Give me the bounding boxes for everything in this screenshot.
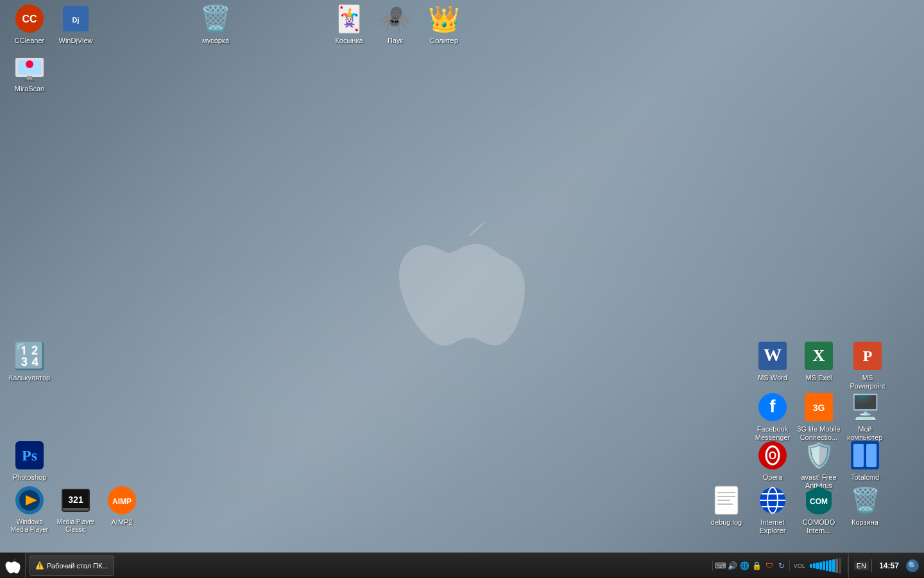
start-button[interactable] <box>0 553 26 579</box>
svg-rect-36 <box>715 486 738 514</box>
desktop-icon-kosinka[interactable]: 🃏 Косынка <box>326 3 372 45</box>
svg-text:COM: COM <box>810 497 828 506</box>
desktop-icon-avast[interactable]: 🛡️ avast! Free Antivirus <box>796 440 842 490</box>
svg-text:W: W <box>764 345 782 365</box>
svg-point-31 <box>766 446 779 464</box>
totalcmd-label: Totalcmd <box>851 473 879 482</box>
calculator-icon: 🔢 <box>14 340 45 371</box>
vol-seg-4 <box>819 562 822 570</box>
desktop-icon-mussorka[interactable]: 🗑️ мусорка <box>193 3 239 45</box>
wmp-label: WindowsMedia Player <box>11 518 48 534</box>
soliter-label: Солитер <box>430 37 458 45</box>
volume-bar <box>807 558 844 574</box>
tray-icon-update[interactable]: ↻ <box>776 561 787 571</box>
svg-rect-20 <box>758 342 787 370</box>
mussorka-label: мусорка <box>202 37 229 45</box>
volume-area[interactable]: VOL <box>790 558 848 574</box>
svg-rect-24 <box>853 342 882 370</box>
svg-point-30 <box>758 441 787 469</box>
desktop-icon-3glife[interactable]: 3G 3G life Mobile Connectio... <box>796 392 842 442</box>
vol-seg-9 <box>835 559 838 573</box>
tray-clock: 14:57 <box>875 561 903 570</box>
svg-rect-14 <box>62 489 90 512</box>
facebook-label: Facebook Messenger <box>749 425 796 442</box>
comodo-icon: COM <box>803 485 834 516</box>
mussorka-icon: 🗑️ <box>200 3 231 34</box>
desktop-icon-msword[interactable]: W MS Word <box>749 340 796 382</box>
notification-area: ⌨ 🔊 🌐 🔒 🛡 ↻ <box>712 561 790 571</box>
svg-text:AIMP: AIMP <box>112 497 132 506</box>
windijview-label: WinDjView <box>59 37 93 45</box>
desktop-icon-aimp2[interactable]: AIMP AIMP2 <box>99 485 145 527</box>
ie-icon <box>757 485 788 516</box>
desktop-icon-facebook[interactable]: f Facebook Messenger <box>749 392 796 442</box>
desktop-icon-mirascan[interactable]: MiraScan <box>6 51 53 93</box>
program-label: Рабочий стол ПК... <box>47 562 108 570</box>
svg-rect-35 <box>866 444 877 467</box>
taskbar-program-desktop[interactable]: ⚠️ Рабочий стол ПК... <box>30 556 114 576</box>
desktop-icon-msppt[interactable]: P MS Powerpoint <box>842 340 893 390</box>
mpc-label: Media PlayerClassic <box>57 518 94 534</box>
desktop-icon-wmp[interactable]: WindowsMedia Player <box>6 485 53 534</box>
tray-search-button[interactable]: 🔍 <box>906 559 919 572</box>
vol-seg-2 <box>813 563 816 568</box>
desktop-icon-mycomputer[interactable]: 🖥️ Мой компьютер <box>842 392 888 442</box>
desktop-icon-ccleaner[interactable]: CC CCleaner <box>6 3 53 45</box>
debuglog-icon <box>711 485 742 516</box>
svg-text:P: P <box>863 347 873 364</box>
svg-text:X: X <box>813 346 825 365</box>
avast-icon: 🛡️ <box>803 440 834 471</box>
msword-label: MS Word <box>758 374 787 382</box>
svg-text:f: f <box>769 396 776 416</box>
mycomputer-icon: 🖥️ <box>850 392 880 423</box>
desktop-icon-windijview[interactable]: Dj WinDjView <box>53 3 99 45</box>
vol-seg-1 <box>810 564 812 568</box>
calculator-label: Калькулятор <box>9 374 50 382</box>
tray-language[interactable]: EN <box>854 561 869 570</box>
desktop-icon-totalcmd[interactable]: Totalcmd <box>842 440 888 482</box>
opera-label: Opera <box>763 473 783 482</box>
totalcmd-icon <box>850 440 880 471</box>
svg-rect-5 <box>18 60 41 74</box>
volume-label: VOL <box>794 563 805 569</box>
svg-text:321: 321 <box>68 495 83 505</box>
svg-point-42 <box>767 487 778 513</box>
avast-label: avast! Free Antivirus <box>796 473 842 490</box>
tray-icon-sound[interactable]: 🔊 <box>728 561 738 571</box>
photoshop-icon: Ps <box>14 440 45 471</box>
desktop-icon-msexcel[interactable]: X MS Exel <box>796 340 842 382</box>
desktop-icon-ie[interactable]: Internet Explorer <box>749 485 796 535</box>
mirascan-label: MiraScan <box>15 85 44 93</box>
desktop-icon-pauk[interactable]: 🕷️ Паук <box>372 3 418 45</box>
comodo-label: COMODO Intern... <box>796 518 842 535</box>
ccleaner-icon: CC <box>14 3 45 34</box>
facebook-icon: f <box>757 392 788 423</box>
desktop-icon-comodo[interactable]: COM COMODO Intern... <box>796 485 842 535</box>
desktop-icon-soliter[interactable]: 👑 Солитер <box>421 3 467 45</box>
svg-text:O: O <box>769 450 776 461</box>
tray-icon-keyboard[interactable]: ⌨ <box>715 561 726 571</box>
msexcel-label: MS Exel <box>806 374 832 382</box>
desktop-icon-photoshop[interactable]: Ps Photoshop <box>6 440 53 482</box>
ie-label: Internet Explorer <box>749 518 796 535</box>
svg-point-0 <box>15 4 44 33</box>
svg-rect-34 <box>853 444 864 467</box>
tray-icon-network[interactable]: 🌐 <box>740 561 750 571</box>
tray-icon-antivirus[interactable]: 🛡 <box>764 561 774 571</box>
desktop-icon-opera[interactable]: O Opera <box>749 440 796 482</box>
desktop-icon-calculator[interactable]: 🔢 Калькулятор <box>6 340 53 382</box>
desktop-icon-korzina[interactable]: 🗑️ Корзина <box>842 485 888 527</box>
tray-icon-security[interactable]: 🔒 <box>752 561 762 571</box>
apple-logo-watermark <box>398 204 526 358</box>
msppt-icon: P <box>852 340 883 371</box>
desktop-icon-mpc[interactable]: 321 Media PlayerClassic <box>53 485 99 534</box>
desktop-icon-debuglog[interactable]: debug.log <box>703 485 749 527</box>
pauk-icon: 🕷️ <box>380 3 411 34</box>
vol-seg-10 <box>839 558 841 574</box>
taskbar: ⚠️ Рабочий стол ПК... ⌨ 🔊 🌐 🔒 🛡 ↻ VOL <box>0 552 924 578</box>
pauk-label: Паук <box>388 37 403 45</box>
mirascan-icon <box>14 51 45 82</box>
svg-text:Ps: Ps <box>22 447 37 464</box>
vol-seg-5 <box>823 561 825 570</box>
svg-point-18 <box>108 486 136 514</box>
